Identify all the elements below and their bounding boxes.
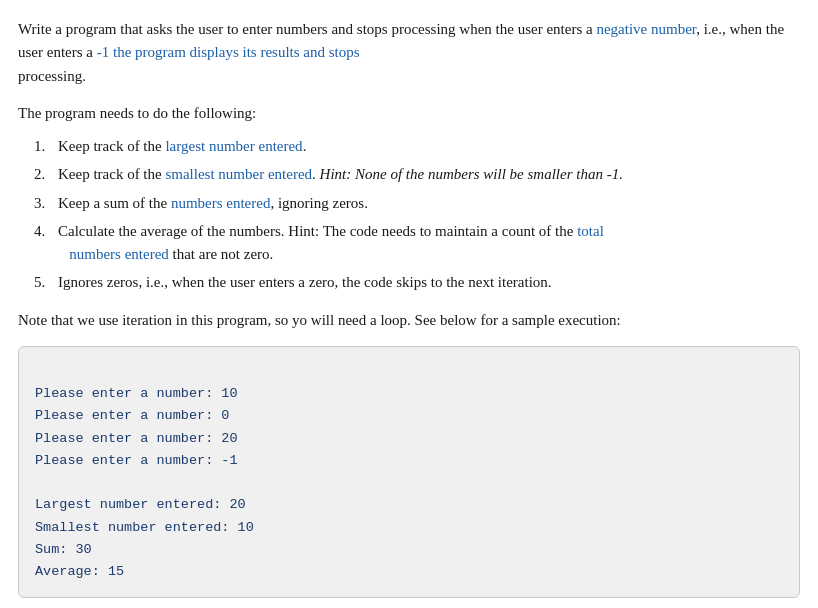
list-text-2: Keep track of the smallest number entere… xyxy=(58,163,800,186)
list-item-3: 3. Keep a sum of the numbers entered, ig… xyxy=(30,192,800,215)
list-item-2: 2. Keep track of the smallest number ent… xyxy=(30,163,800,186)
numbers-entered-highlight: numbers entered xyxy=(171,195,271,211)
list-text-1: Keep track of the largest number entered… xyxy=(58,135,800,158)
total-highlight: total numbers entered xyxy=(58,223,604,262)
list-text-4: Calculate the average of the numbers. Hi… xyxy=(58,220,800,267)
note-paragraph: Note that we use iteration in this progr… xyxy=(18,309,800,332)
list-num-4: 4. xyxy=(34,220,52,243)
hint-2: Hint: None of the numbers will be smalle… xyxy=(320,166,623,182)
list-num-3: 3. xyxy=(34,192,52,215)
smallest-highlight: smallest number entered xyxy=(165,166,312,182)
negative-number-highlight: negative number xyxy=(596,21,696,37)
code-block: Please enter a number: 10 Please enter a… xyxy=(18,346,800,599)
intro-paragraph: Write a program that asks the user to en… xyxy=(18,18,800,88)
code-line-1: Please enter a number: 10 Please enter a… xyxy=(35,386,254,579)
list-text-5: Ignores zeros, i.e., when the user enter… xyxy=(58,271,800,294)
list-num-5: 5. xyxy=(34,271,52,294)
largest-highlight: largest number entered xyxy=(165,138,302,154)
requirements-list: 1. Keep track of the largest number ente… xyxy=(30,135,800,295)
needs-heading: The program needs to do the following: xyxy=(18,102,800,125)
list-num-1: 1. xyxy=(34,135,52,158)
negative-one-highlight: -1 the program displays its results and … xyxy=(97,44,360,60)
list-item-4: 4. Calculate the average of the numbers.… xyxy=(30,220,800,267)
list-num-2: 2. xyxy=(34,163,52,186)
list-text-3: Keep a sum of the numbers entered, ignor… xyxy=(58,192,800,215)
list-item-1: 1. Keep track of the largest number ente… xyxy=(30,135,800,158)
list-item-5: 5. Ignores zeros, i.e., when the user en… xyxy=(30,271,800,294)
